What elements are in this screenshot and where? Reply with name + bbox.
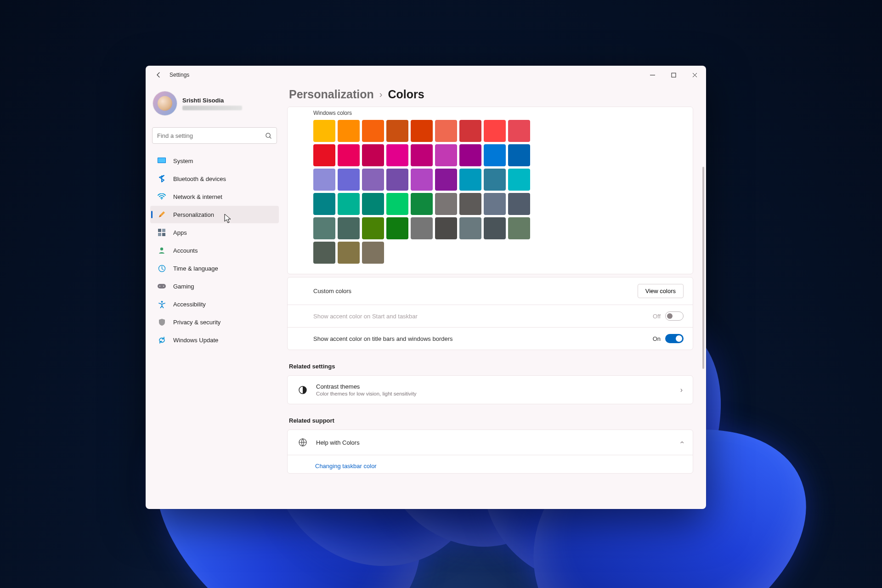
- avatar: [153, 91, 177, 115]
- scrollbar[interactable]: [702, 167, 704, 504]
- svg-rect-11: [158, 284, 166, 288]
- nav-apps[interactable]: Apps: [150, 224, 279, 241]
- color-swatch[interactable]: [484, 169, 506, 191]
- nav-bluetooth[interactable]: Bluetooth & devices: [150, 170, 279, 187]
- minimize-button[interactable]: [642, 66, 663, 84]
- profile[interactable]: Srishti Sisodia: [150, 88, 279, 124]
- accent-title-toggle[interactable]: [665, 334, 684, 343]
- color-swatch[interactable]: [508, 144, 530, 166]
- color-swatch[interactable]: [411, 169, 433, 191]
- help-colors-row[interactable]: Help with Colors ›: [288, 430, 693, 455]
- color-swatch[interactable]: [386, 193, 408, 215]
- color-swatch[interactable]: [459, 193, 481, 215]
- color-swatch[interactable]: [313, 193, 335, 215]
- changing-taskbar-color-link[interactable]: Changing taskbar color: [288, 455, 693, 473]
- svg-point-9: [160, 248, 163, 250]
- settings-window: Settings Srishti Sisodia Find a setting: [146, 66, 706, 509]
- color-swatch[interactable]: [435, 144, 457, 166]
- svg-point-13: [163, 286, 164, 287]
- nav-windows-update[interactable]: Windows Update: [150, 331, 279, 349]
- svg-point-14: [161, 301, 163, 303]
- search-input[interactable]: Find a setting: [152, 127, 277, 144]
- color-swatch[interactable]: [313, 242, 335, 264]
- accent-title-label: Show accent color on title bars and wind…: [313, 335, 453, 342]
- nav-personalization[interactable]: Personalization: [150, 206, 279, 223]
- color-swatch[interactable]: [313, 169, 335, 191]
- contrast-title: Contrast themes: [316, 383, 417, 390]
- color-swatch[interactable]: [411, 217, 433, 239]
- nav-system[interactable]: System: [150, 152, 279, 170]
- nav: System Bluetooth & devices Network & int…: [150, 152, 279, 349]
- color-swatch[interactable]: [386, 120, 408, 142]
- color-swatch[interactable]: [411, 193, 433, 215]
- chevron-up-icon: ›: [677, 441, 685, 443]
- color-swatch[interactable]: [362, 144, 384, 166]
- system-icon: [157, 156, 167, 166]
- profile-email-redacted: [182, 106, 242, 110]
- color-swatch[interactable]: [459, 169, 481, 191]
- color-swatch[interactable]: [508, 120, 530, 142]
- color-swatch[interactable]: [484, 193, 506, 215]
- windows-colors-label: Windows colors: [313, 110, 693, 116]
- color-swatch[interactable]: [362, 193, 384, 215]
- color-swatch[interactable]: [508, 217, 530, 239]
- color-swatch[interactable]: [411, 120, 433, 142]
- accent-titlebar-row: Show accent color on title bars and wind…: [288, 328, 693, 350]
- nav-accounts[interactable]: Accounts: [150, 242, 279, 259]
- nav-time-language[interactable]: Time & language: [150, 260, 279, 277]
- accent-start-state: Off: [653, 313, 661, 320]
- search-placeholder: Find a setting: [157, 132, 265, 139]
- back-button[interactable]: [150, 67, 167, 83]
- close-button[interactable]: [684, 66, 705, 84]
- color-swatch[interactable]: [313, 144, 335, 166]
- related-settings-title: Related settings: [289, 363, 693, 370]
- color-swatch[interactable]: [313, 217, 335, 239]
- color-swatch[interactable]: [386, 144, 408, 166]
- color-swatch[interactable]: [508, 193, 530, 215]
- nav-accessibility[interactable]: Accessibility: [150, 295, 279, 313]
- maximize-button[interactable]: [663, 66, 684, 84]
- color-swatch[interactable]: [435, 120, 457, 142]
- color-swatch[interactable]: [338, 144, 360, 166]
- color-swatch[interactable]: [484, 144, 506, 166]
- color-swatch[interactable]: [459, 144, 481, 166]
- globe-clock-icon: [157, 263, 167, 273]
- app-title: Settings: [170, 72, 189, 78]
- breadcrumb-parent[interactable]: Personalization: [289, 88, 374, 101]
- color-swatch[interactable]: [459, 217, 481, 239]
- color-swatch[interactable]: [484, 217, 506, 239]
- svg-rect-6: [162, 229, 165, 232]
- color-swatch[interactable]: [338, 169, 360, 191]
- color-swatch[interactable]: [362, 242, 384, 264]
- custom-colors-row: Custom colors View colors: [288, 277, 693, 305]
- color-swatch[interactable]: [362, 120, 384, 142]
- contrast-themes-panel[interactable]: Contrast themes Color themes for low vis…: [287, 375, 693, 404]
- color-swatch[interactable]: [338, 217, 360, 239]
- color-swatch[interactable]: [386, 217, 408, 239]
- nav-network[interactable]: Network & internet: [150, 188, 279, 205]
- color-swatch[interactable]: [435, 193, 457, 215]
- color-swatch[interactable]: [313, 120, 335, 142]
- nav-gaming[interactable]: Gaming: [150, 277, 279, 295]
- view-colors-button[interactable]: View colors: [638, 284, 684, 298]
- color-swatch[interactable]: [362, 169, 384, 191]
- paintbrush-icon: [157, 209, 167, 220]
- color-swatch[interactable]: [338, 242, 360, 264]
- breadcrumb-current: Colors: [388, 88, 424, 101]
- sidebar: Srishti Sisodia Find a setting System Bl…: [146, 84, 283, 509]
- color-swatch[interactable]: [411, 144, 433, 166]
- nav-privacy[interactable]: Privacy & security: [150, 313, 279, 331]
- color-swatch[interactable]: [435, 169, 457, 191]
- color-swatch[interactable]: [508, 169, 530, 191]
- color-swatch[interactable]: [338, 120, 360, 142]
- color-swatch[interactable]: [459, 120, 481, 142]
- color-swatch[interactable]: [362, 217, 384, 239]
- accent-title-state: On: [653, 335, 661, 342]
- color-swatch[interactable]: [435, 217, 457, 239]
- color-swatch[interactable]: [484, 120, 506, 142]
- contrast-sub: Color themes for low vision, light sensi…: [316, 391, 417, 396]
- color-swatch[interactable]: [386, 169, 408, 191]
- svg-rect-5: [158, 229, 161, 232]
- color-swatch[interactable]: [338, 193, 360, 215]
- color-swatch-grid: [313, 120, 693, 264]
